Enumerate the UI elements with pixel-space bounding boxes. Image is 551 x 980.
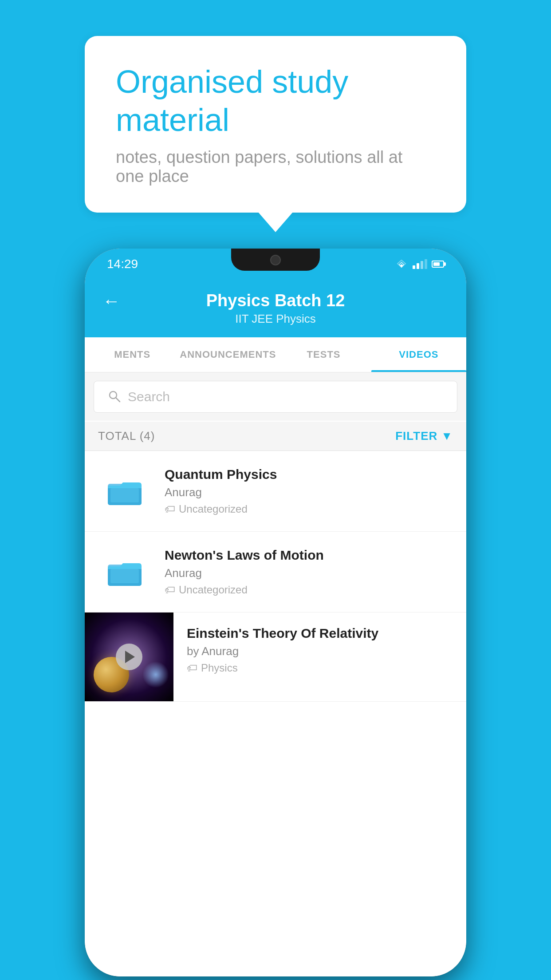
- phone-notch: [231, 249, 320, 271]
- front-camera: [270, 255, 281, 265]
- tag-icon: 🏷: [187, 662, 197, 674]
- tag-label: Physics: [201, 662, 238, 674]
- folder-icon: [98, 550, 151, 594]
- video-author: Anurag: [165, 486, 453, 499]
- video-author: by Anurag: [187, 644, 453, 658]
- tag-label: Uncategorized: [179, 584, 248, 596]
- status-icons: [395, 259, 444, 269]
- play-triangle-icon: [125, 651, 135, 663]
- video-tag: 🏷 Physics: [187, 662, 453, 674]
- video-info: Einstein's Theory Of Relativity by Anura…: [173, 612, 466, 688]
- tag-icon: 🏷: [165, 584, 175, 596]
- status-time: 14:29: [107, 257, 138, 271]
- filter-button[interactable]: FILTER ▼: [395, 429, 453, 443]
- search-container: Search: [85, 373, 466, 421]
- play-button[interactable]: [116, 644, 142, 670]
- svg-rect-7: [110, 569, 139, 583]
- video-info: Newton's Laws of Motion Anurag 🏷 Uncateg…: [165, 548, 453, 596]
- filter-bar: TOTAL (4) FILTER ▼: [85, 422, 466, 451]
- tabs-bar: MENTS ANNOUNCEMENTS TESTS VIDEOS: [85, 337, 466, 373]
- phone-frame: 14:29: [85, 249, 466, 976]
- filter-icon: ▼: [441, 429, 453, 443]
- bubble-subtitle: notes, question papers, solutions all at…: [116, 148, 435, 186]
- tab-tests[interactable]: TESTS: [276, 337, 371, 372]
- folder-icon: [98, 469, 151, 514]
- list-item[interactable]: Newton's Laws of Motion Anurag 🏷 Uncateg…: [85, 532, 466, 612]
- signal-icon: [413, 259, 427, 269]
- bubble-title: Organised study material: [116, 63, 435, 139]
- list-item[interactable]: Quantum Physics Anurag 🏷 Uncategorized: [85, 451, 466, 532]
- svg-rect-4: [110, 488, 139, 502]
- filter-label: FILTER: [395, 429, 437, 443]
- search-bar[interactable]: Search: [94, 381, 457, 413]
- speech-bubble: Organised study material notes, question…: [85, 36, 466, 213]
- total-count: TOTAL (4): [98, 429, 155, 443]
- tab-videos[interactable]: VIDEOS: [371, 337, 466, 372]
- back-button[interactable]: ←: [102, 292, 120, 310]
- battery-icon: [432, 261, 444, 268]
- video-tag: 🏷 Uncategorized: [165, 584, 453, 596]
- phone-outer: 14:29: [85, 249, 466, 976]
- video-tag: 🏷 Uncategorized: [165, 503, 453, 515]
- tab-announcements[interactable]: ANNOUNCEMENTS: [180, 337, 276, 372]
- header-title: Physics Batch 12: [206, 291, 345, 310]
- search-icon: [107, 389, 121, 404]
- header-subtitle: IIT JEE Physics: [235, 312, 316, 326]
- search-placeholder: Search: [128, 389, 170, 404]
- phone-screen: 14:29: [85, 249, 466, 976]
- header-row: ← Physics Batch 12: [85, 291, 466, 310]
- tag-label: Uncategorized: [179, 503, 248, 515]
- svg-line-1: [116, 398, 120, 402]
- glow-decoration: [142, 661, 169, 688]
- wifi-icon: [395, 259, 408, 269]
- video-info: Quantum Physics Anurag 🏷 Uncategorized: [165, 467, 453, 515]
- list-item[interactable]: Einstein's Theory Of Relativity by Anura…: [85, 612, 466, 702]
- tab-documents[interactable]: MENTS: [85, 337, 180, 372]
- video-author: Anurag: [165, 566, 453, 580]
- tag-icon: 🏷: [165, 503, 175, 515]
- video-title: Newton's Laws of Motion: [165, 548, 453, 563]
- video-title: Quantum Physics: [165, 467, 453, 482]
- video-list: Quantum Physics Anurag 🏷 Uncategorized: [85, 451, 466, 976]
- top-section: Organised study material notes, question…: [0, 0, 551, 249]
- app-header: ← Physics Batch 12 IIT JEE Physics: [85, 280, 466, 337]
- video-title: Einstein's Theory Of Relativity: [187, 626, 453, 641]
- video-thumbnail: [85, 612, 173, 701]
